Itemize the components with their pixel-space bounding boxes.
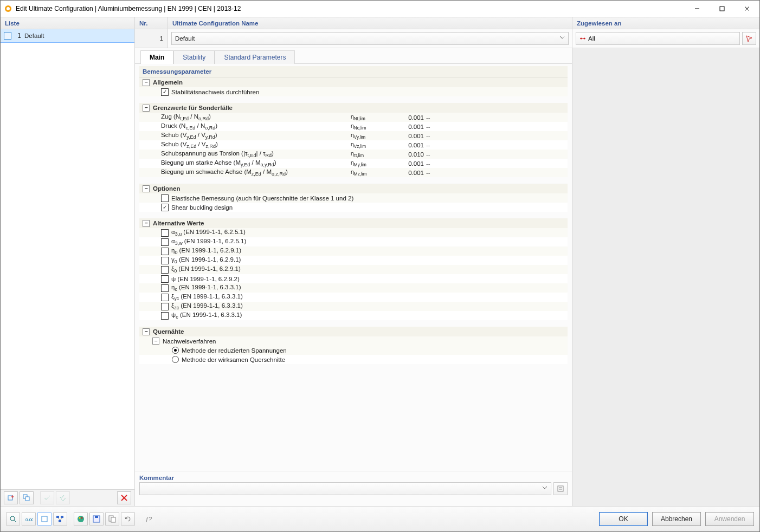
checkbox-icon[interactable] [161,248,169,255]
checkbox-icon[interactable] [161,303,169,310]
value-row[interactable]: Schub (Vz,Ed / Vz,Rd)ηVz,lim0.001-- [139,140,568,150]
svg-point-30 [81,517,83,519]
row-value[interactable]: 0.010 [386,151,426,158]
toolbar-highlight-icon[interactable] [37,512,51,525]
titlebar: Edit Ultimate Configuration | Aluminiumb… [1,1,759,17]
checkbox-icon[interactable] [161,238,169,246]
checkbox-icon[interactable] [161,266,169,274]
svg-point-15 [584,38,585,40]
name-combo[interactable]: Default [171,32,569,45]
checkbox-icon[interactable] [161,284,169,292]
check-button[interactable] [40,491,54,504]
svg-rect-22 [42,516,47,522]
collapse-icon[interactable]: − [143,185,150,192]
cancel-button[interactable]: Abbrechen [652,512,701,526]
maximize-button[interactable] [710,1,735,17]
assign-label: Zugewiesen an [572,17,759,29]
value-row[interactable]: Schubspannung aus Torsion (|τt,Ed| / τRd… [139,150,568,159]
toolbar-search-icon[interactable] [6,512,20,525]
pick-button[interactable] [742,32,756,45]
tab-standard-parameters[interactable]: Standard Parameters [215,50,295,64]
toolbar-save-icon[interactable] [89,512,104,525]
checkbox-icon[interactable]: ✓ [161,88,169,96]
section-allgemein[interactable]: − Allgemein [139,77,568,87]
toolbar-tree-icon[interactable] [53,512,67,525]
toolbar-fn-icon[interactable]: ƒ? [141,512,156,525]
row-value[interactable]: 0.001 [386,142,426,148]
toolbar-precision-icon[interactable]: 0.00 [22,512,36,525]
checkbox-icon[interactable]: ✓ [161,204,169,211]
radio-label: Methode der wirksamen Querschnitte [182,356,285,363]
collapse-icon[interactable]: − [152,338,159,345]
collapse-icon[interactable]: − [143,79,150,86]
section-optionen[interactable]: − Optionen [139,184,568,193]
value-row[interactable]: Druck (Nc,Ed / No,Rd)ηNc,lim0.001-- [139,122,568,131]
row-value[interactable]: 0.001 [386,114,426,121]
checkbox-icon[interactable] [161,257,169,264]
radio-icon[interactable] [172,347,179,354]
checkbox-row[interactable]: α3,u (EN 1999-1-1, 6.2.5.1) [139,228,568,237]
toolbar-copy-icon[interactable] [105,512,119,525]
radio-icon[interactable] [172,356,179,363]
delete-button[interactable] [117,491,131,504]
checkbox-row[interactable]: ηc (EN 1999-1-1, 6.3.3.1) [139,283,568,293]
value-row[interactable]: Schub (Vy,Ed / Vy,Rd)ηVy,lim0.001-- [139,131,568,140]
checkbox-row[interactable]: ξyc (EN 1999-1-1, 6.3.3.1) [139,293,568,302]
checkbox-row[interactable]: ✓Shear buckling design [139,203,568,212]
checkbox-row[interactable]: α3,w (EN 1999-1-1, 6.2.5.1) [139,237,568,246]
row-value[interactable]: 0.001 [386,170,426,176]
checkbox-row[interactable]: Elastische Bemessung (auch für Querschni… [139,193,568,203]
config-list[interactable]: 1 Default [1,29,134,489]
tab-main[interactable]: Main [140,50,173,64]
row-unit: -- [426,151,442,158]
svg-text:ƒ?: ƒ? [145,516,152,522]
checkbox-icon[interactable] [161,194,169,202]
checkbox-row[interactable]: η0 (EN 1999-1-1, 6.2.9.1) [139,246,568,256]
radio-row[interactable]: Methode der wirksamen Querschnitte [139,355,568,364]
value-row[interactable]: Zug (Nt,Ed / No,Rd)ηNt,lim0.001-- [139,113,568,122]
comment-library-button[interactable] [553,482,568,495]
row-value[interactable]: 0.001 [386,160,426,167]
toolbar-reset-icon[interactable] [121,512,135,525]
section-grenzwerte[interactable]: − Grenzwerte für Sonderfälle [139,103,568,113]
collapse-icon[interactable]: − [143,105,150,112]
checkbox-row[interactable]: ✓Stabilitätsnachweis durchführen [139,87,568,96]
collapse-icon[interactable]: − [143,220,150,227]
value-row[interactable]: Biegung um starke Achse (My,Ed / Mo,y,Rd… [139,159,568,168]
comment-input[interactable] [139,482,551,495]
section-quer[interactable]: − Quernähte [139,327,568,336]
checkbox-icon[interactable] [161,312,169,320]
main-pane: Bemessungsparameter − Allgemein ✓Stabili… [135,64,572,471]
checkbox-row[interactable]: ξzc (EN 1999-1-1, 6.3.3.1) [139,302,568,311]
list-item[interactable]: 1 Default [1,29,134,42]
checkbox-label: ξ0 (EN 1999-1-1, 6.2.9.1) [171,265,241,274]
section-alt[interactable]: − Alternative Werte [139,218,568,228]
row-value[interactable]: 0.001 [386,124,426,130]
checkbox-row[interactable]: γ0 (EN 1999-1-1, 6.2.9.1) [139,256,568,265]
check-all-button[interactable] [56,491,70,504]
name-value: Default [175,35,195,42]
copy-item-button[interactable] [20,491,34,504]
row-value[interactable]: 0.001 [386,133,426,139]
checkbox-icon[interactable] [161,229,169,237]
checkbox-row[interactable]: ψ (EN 1999-1-1, 6.2.9.2) [139,274,568,283]
row-symbol: ηNt,lim [351,113,386,121]
subrow[interactable]: − Nachweisverfahren [139,336,568,346]
tab-stability[interactable]: Stability [173,50,215,64]
row-label: Schub (Vy,Ed / Vy,Rd) [161,132,351,140]
new-item-button[interactable] [4,491,18,504]
value-row[interactable]: Biegung um schwache Achse (Mz,Ed / Mo,z,… [139,168,568,177]
checkbox-icon[interactable] [161,275,169,283]
collapse-icon[interactable]: − [143,328,150,335]
ok-button[interactable]: OK [599,512,648,526]
assign-combo[interactable]: All [576,32,740,45]
checkbox-row[interactable]: ψc (EN 1999-1-1, 6.3.3.1) [139,311,568,320]
checkbox-row[interactable]: ξ0 (EN 1999-1-1, 6.2.9.1) [139,265,568,274]
radio-row[interactable]: Methode der reduzierten Spannungen [139,346,568,355]
checkbox-label: γ0 (EN 1999-1-1, 6.2.9.1) [171,256,241,264]
toolbar-palette-icon[interactable] [74,512,88,525]
apply-button[interactable]: Anwenden [705,512,754,526]
checkbox-icon[interactable] [161,294,169,301]
close-button[interactable] [735,1,759,17]
minimize-button[interactable] [685,1,710,17]
